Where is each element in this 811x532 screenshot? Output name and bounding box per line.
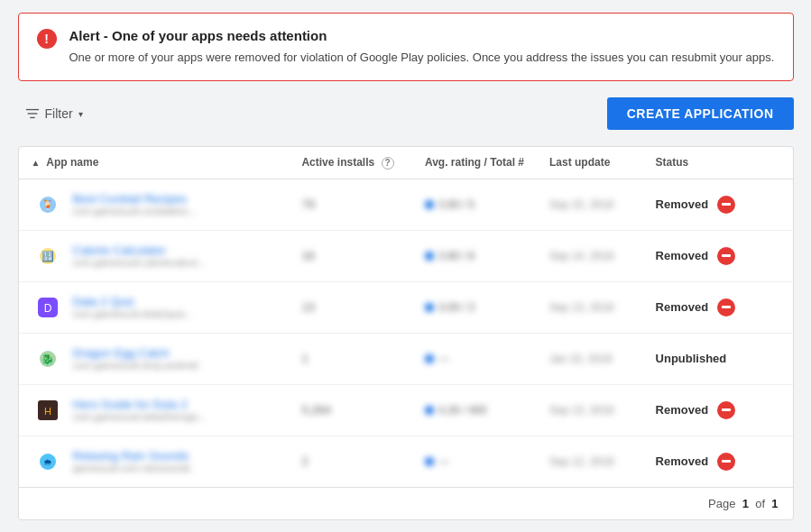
table-row[interactable]: D Data 2 Quiz com.gamesuuli.dota2quiz...…: [19, 281, 793, 333]
status-label: Removed: [656, 403, 709, 417]
rating-value: —: [425, 455, 524, 468]
app-name-cell: 🔢 Calorie Calculator com.gamesuuli.calor…: [19, 230, 290, 281]
last-update-cell: Sep 14, 2018: [537, 230, 643, 281]
main-container: ! Alert - One of your apps needs attenti…: [18, 13, 794, 520]
installs-value: 16: [301, 249, 314, 262]
last-update-value: Sep 13, 2018: [549, 404, 613, 417]
last-update-cell: Jan 10, 2018: [537, 333, 643, 384]
app-name[interactable]: Data 2 Quiz: [73, 295, 194, 308]
last-update-cell: Sep 13, 2018: [537, 281, 643, 333]
create-application-button[interactable]: CREATE APPLICATION: [607, 97, 794, 130]
app-name[interactable]: Hero Guide for Dota 2: [73, 398, 207, 411]
app-icon: 🍹: [32, 188, 64, 221]
alert-content: Alert - One of your apps needs attention…: [69, 28, 775, 67]
last-update-value: Jan 10, 2018: [549, 353, 612, 365]
rating-value: —: [425, 353, 524, 365]
rating-cell: 3.60 / 5: [412, 179, 537, 230]
status-cell: Removed: [643, 281, 793, 333]
pagination: Page 1 of 1: [19, 487, 793, 519]
last-update-value: Sep 14, 2018: [549, 250, 613, 262]
svg-text:D: D: [43, 302, 51, 315]
app-table-container: ▲ App name Active installs ? Avg. rating…: [18, 146, 794, 520]
col-header-avg-rating: Avg. rating / Total #: [412, 147, 537, 179]
last-update-value: Sep 15, 2018: [549, 198, 613, 211]
app-name[interactable]: Dragon Egg Catch: [73, 346, 198, 360]
app-name-cell: D Data 2 Quiz com.gamesuuli.dota2quiz...: [19, 281, 290, 333]
svg-text:🍹: 🍹: [41, 198, 54, 211]
installs-cell: 2: [289, 436, 412, 487]
rating-dot: [425, 200, 434, 209]
installs-value: 79: [301, 197, 314, 211]
installs-value: 1: [301, 352, 308, 365]
alert-box: ! Alert - One of your apps needs attenti…: [18, 13, 794, 82]
filter-icon: [25, 106, 40, 121]
svg-text:🌧: 🌧: [43, 457, 52, 467]
remove-icon: [717, 453, 735, 471]
table-row[interactable]: 🍹 Best Cocktail Recipes com.gamesuuli.co…: [19, 179, 793, 230]
remove-icon: [717, 401, 735, 419]
last-update-value: Sep 13, 2018: [549, 301, 613, 314]
app-package: com.gamesuuli.dota2herogo...: [73, 411, 207, 422]
alert-icon: !: [37, 29, 57, 49]
app-package: gamesuuli.com.rainsounds: [73, 463, 191, 473]
col-header-status: Status: [643, 147, 793, 179]
col-header-app-name: ▲ App name: [19, 147, 290, 179]
app-package: com.gamesuuli.caloriecalcul...: [73, 257, 206, 268]
app-package: com.gamesuuli.dota2quiz...: [73, 308, 194, 319]
installs-value: 2: [301, 454, 308, 468]
app-name[interactable]: Relaxing Rain Sounds: [73, 449, 191, 463]
app-name[interactable]: Calorie Calculator: [73, 243, 206, 257]
table-row[interactable]: 🐉 Dragon Egg Catch com.gamesuuli.drop.an…: [19, 333, 793, 384]
app-name[interactable]: Best Cocktail Recipes: [73, 192, 198, 206]
rating-dot: [425, 406, 434, 415]
remove-icon: [717, 196, 735, 214]
rating-value: 3.80 / 8: [425, 250, 524, 262]
installs-cell: 1: [289, 333, 412, 384]
status-label: Removed: [656, 197, 709, 211]
status-cell: Removed: [643, 179, 793, 230]
alert-body: One or more of your apps were removed fo…: [69, 49, 775, 67]
status-label: Unpublished: [656, 352, 727, 365]
app-package: com.gamesuuli.cocktailrec...: [73, 206, 198, 216]
remove-icon: [717, 247, 735, 265]
status-cell: Removed: [643, 436, 793, 487]
installs-cell: 13: [289, 281, 412, 333]
app-icon: H: [32, 394, 64, 427]
rating-dot: [425, 457, 434, 466]
table-row[interactable]: 🌧 Relaxing Rain Sounds gamesuuli.com.rai…: [19, 436, 793, 487]
filter-chevron-icon: ▾: [78, 109, 83, 119]
filter-button[interactable]: Filter ▾: [18, 103, 90, 124]
status-label: Removed: [656, 454, 709, 468]
svg-text:🔢: 🔢: [41, 250, 54, 262]
installs-cell: 79: [289, 179, 412, 230]
last-update-cell: Sep 15, 2018: [537, 179, 643, 230]
col-header-active-installs: Active installs ?: [289, 147, 412, 179]
rating-value: 4.26 / 400: [425, 404, 524, 417]
pagination-total: 1: [771, 497, 778, 510]
last-update-value: Sep 12, 2018: [549, 455, 613, 468]
app-icon: 🌧: [32, 445, 64, 478]
status-cell: Removed: [643, 384, 793, 436]
last-update-cell: Sep 13, 2018: [537, 384, 643, 436]
rating-dot: [425, 303, 434, 312]
alert-title: Alert - One of your apps needs attention: [69, 28, 775, 43]
rating-value: 3.60 / 5: [425, 198, 524, 211]
svg-text:🐉: 🐉: [41, 353, 54, 365]
sort-icon: ▲: [32, 158, 41, 168]
status-cell: Unpublished: [643, 333, 793, 384]
app-icon: 🔢: [32, 240, 64, 272]
status-label: Removed: [656, 300, 709, 314]
installs-help-icon[interactable]: ?: [382, 157, 394, 170]
table-row[interactable]: H Hero Guide for Dota 2 com.gamesuuli.do…: [19, 384, 793, 436]
status-cell: Removed: [643, 230, 793, 281]
app-name-cell: 🍹 Best Cocktail Recipes com.gamesuuli.co…: [19, 179, 290, 230]
toolbar: Filter ▾ CREATE APPLICATION: [18, 92, 794, 135]
svg-text:H: H: [44, 406, 51, 417]
rating-cell: 4.26 / 400: [412, 384, 537, 436]
rating-value: 3.00 / 3: [425, 301, 524, 314]
table-row[interactable]: 🔢 Calorie Calculator com.gamesuuli.calor…: [19, 230, 793, 281]
app-package: com.gamesuuli.drop.android: [73, 360, 198, 371]
installs-value: 5,264: [301, 403, 331, 417]
table-body: 🍹 Best Cocktail Recipes com.gamesuuli.co…: [19, 179, 793, 487]
table-header: ▲ App name Active installs ? Avg. rating…: [19, 147, 793, 179]
